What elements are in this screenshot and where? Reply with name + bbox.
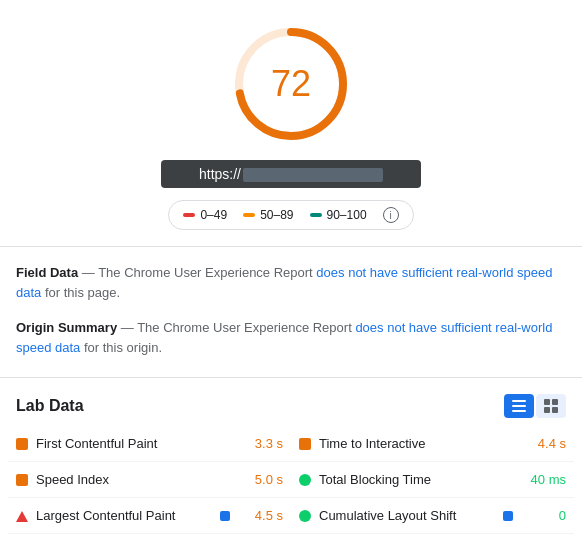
- score-value: 72: [271, 63, 311, 105]
- origin-summary-text-before: The Chrome User Experience Report: [137, 320, 352, 335]
- field-data-title: Field Data: [16, 265, 78, 280]
- metric-fcp-name: First Contentful Paint: [36, 436, 230, 451]
- svg-rect-3: [512, 405, 526, 407]
- metric-lcp-icon: [16, 511, 28, 522]
- metric-tbt-name-wrap: Total Blocking Time: [319, 472, 513, 487]
- metrics-grid: First Contentful Paint 3.3 s Speed Index…: [0, 426, 582, 534]
- metric-lcp-badge: [220, 511, 230, 521]
- metric-lcp-name: Largest Contentful Paint: [36, 508, 216, 523]
- metric-lcp-name-wrap: Largest Contentful Paint: [36, 508, 230, 523]
- metric-si-name-wrap: Speed Index: [36, 472, 230, 487]
- url-display: https://: [161, 160, 421, 188]
- origin-summary-title: Origin Summary: [16, 320, 117, 335]
- field-data-separator: —: [82, 265, 98, 280]
- svg-rect-7: [544, 407, 550, 413]
- metric-fcp: First Contentful Paint 3.3 s: [8, 426, 291, 462]
- metrics-right-col: Time to Interactive 4.4 s Total Blocking…: [291, 426, 574, 534]
- metric-cls-name-wrap: Cumulative Layout Shift: [319, 508, 513, 523]
- svg-rect-8: [552, 407, 558, 413]
- metric-cls-badge: [503, 511, 513, 521]
- metric-tbt-icon: [299, 474, 311, 486]
- lab-data-title: Lab Data: [16, 397, 84, 415]
- metric-si-name: Speed Index: [36, 472, 230, 487]
- view-toggle: [504, 394, 566, 418]
- metric-tti-name: Time to Interactive: [319, 436, 513, 451]
- legend-dot-green: [310, 213, 322, 217]
- metric-cls-value: 0: [521, 508, 566, 523]
- legend-item-red: 0–49: [183, 208, 227, 222]
- metric-tbt: Total Blocking Time 40 ms: [291, 462, 574, 498]
- score-legend: 0–49 50–89 90–100 i: [168, 200, 413, 230]
- metric-si: Speed Index 5.0 s: [8, 462, 291, 498]
- lab-data-header: Lab Data: [0, 378, 582, 426]
- origin-summary-text-after: for this origin.: [84, 340, 162, 355]
- metrics-left-col: First Contentful Paint 3.3 s Speed Index…: [8, 426, 291, 534]
- svg-rect-6: [552, 399, 558, 405]
- metric-cls-icon: [299, 510, 311, 522]
- legend-dot-orange: [243, 213, 255, 217]
- metric-fcp-icon: [16, 438, 28, 450]
- field-data-text-before: The Chrome User Experience Report: [98, 265, 313, 280]
- metric-cls-name: Cumulative Layout Shift: [319, 508, 499, 523]
- score-section: 72 https:// 0–49 50–89 90–100 i: [0, 0, 582, 246]
- svg-rect-4: [512, 410, 526, 412]
- metric-lcp-value: 4.5 s: [238, 508, 283, 523]
- legend-dot-red: [183, 213, 195, 217]
- toggle-grid-btn[interactable]: [536, 394, 566, 418]
- metric-tti-icon: [299, 438, 311, 450]
- toggle-list-btn[interactable]: [504, 394, 534, 418]
- legend-item-orange: 50–89: [243, 208, 293, 222]
- metric-cls: Cumulative Layout Shift 0: [291, 498, 574, 534]
- metric-tbt-name: Total Blocking Time: [319, 472, 513, 487]
- legend-label-green: 90–100: [327, 208, 367, 222]
- metric-fcp-name-wrap: First Contentful Paint: [36, 436, 230, 451]
- metric-fcp-value: 3.3 s: [238, 436, 283, 451]
- legend-item-green: 90–100: [310, 208, 367, 222]
- metric-tbt-value: 40 ms: [521, 472, 566, 487]
- field-data-section: Field Data — The Chrome User Experience …: [0, 247, 582, 310]
- legend-label-orange: 50–89: [260, 208, 293, 222]
- metric-si-value: 5.0 s: [238, 472, 283, 487]
- metric-tti: Time to Interactive 4.4 s: [291, 426, 574, 462]
- metric-si-icon: [16, 474, 28, 486]
- metric-tti-name-wrap: Time to Interactive: [319, 436, 513, 451]
- metric-lcp: Largest Contentful Paint 4.5 s: [8, 498, 291, 534]
- legend-info-icon[interactable]: i: [383, 207, 399, 223]
- origin-summary-separator: —: [121, 320, 137, 335]
- legend-label-red: 0–49: [200, 208, 227, 222]
- metric-tti-value: 4.4 s: [521, 436, 566, 451]
- svg-rect-2: [512, 400, 526, 402]
- svg-rect-5: [544, 399, 550, 405]
- score-circle: 72: [231, 24, 351, 144]
- origin-summary-section: Origin Summary — The Chrome User Experie…: [0, 310, 582, 365]
